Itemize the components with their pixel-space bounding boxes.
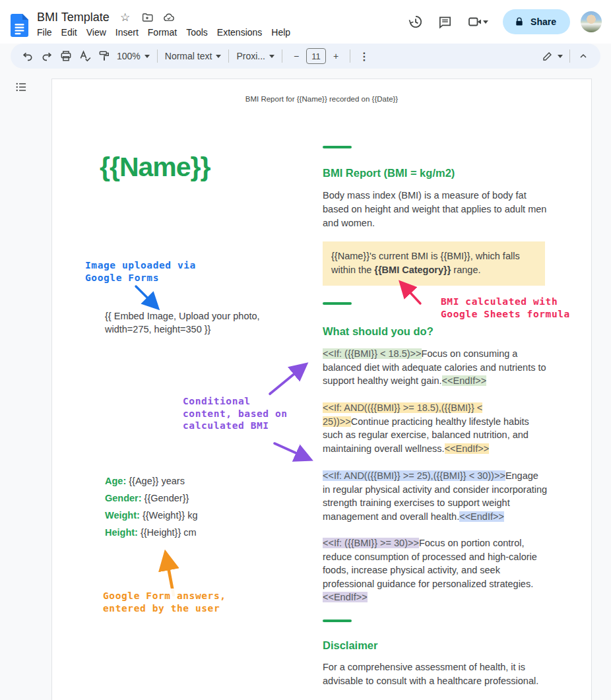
- font-family-select[interactable]: Proxi...: [234, 47, 277, 65]
- docs-logo-icon: [11, 14, 28, 37]
- video-camera-icon: [467, 14, 483, 30]
- field-gender: Gender:{{Gender}}: [105, 493, 197, 510]
- font-size-increase-button[interactable]: +: [327, 47, 345, 65]
- pencil-icon: [542, 50, 554, 62]
- bmi-box-text-after: range.: [451, 265, 480, 275]
- lock-icon: [514, 16, 525, 27]
- if-tag-open: <<If: ({{BMI}} < 18.5)>>: [323, 348, 422, 359]
- editing-mode-button[interactable]: [539, 47, 565, 65]
- advice-heading: What should you do?: [323, 325, 434, 338]
- join-call-button[interactable]: [461, 9, 495, 35]
- print-button[interactable]: [57, 47, 75, 65]
- annotation-form-answers: Google Form answers, entered by the user: [100, 589, 230, 616]
- app-header: BMI Template ☆ File Edit: [0, 0, 611, 44]
- menu-bar: File Edit View Insert Format Tools Exten…: [32, 26, 295, 39]
- page-header-text: BMI Report for {{Name}} recorded on {{Da…: [52, 95, 591, 103]
- menu-format[interactable]: Format: [143, 26, 181, 39]
- endif-tag: <<EndIf>>: [442, 375, 487, 386]
- undo-button[interactable]: [18, 47, 37, 65]
- name-placeholder-title: {{Name}}: [100, 152, 210, 183]
- field-age: Age:{{Age}} years: [105, 476, 197, 493]
- more-vertical-icon: ⋮: [359, 50, 370, 63]
- redo-icon: [40, 49, 53, 63]
- comments-button[interactable]: [432, 9, 458, 35]
- menu-edit[interactable]: Edit: [57, 26, 82, 39]
- field-weight: Weight:{{Weight}} kg: [105, 510, 197, 527]
- paint-roller-icon: [98, 49, 111, 63]
- chevron-up-icon: [578, 51, 589, 61]
- version-history-button[interactable]: [402, 9, 429, 35]
- condition-underweight: <<If: ({{BMI}} < 18.5)>>Focus on consumi…: [323, 347, 548, 388]
- field-weight-label: Weight:: [105, 510, 140, 521]
- condition-obese: <<If: ({{BMI}} >= 30)>>Focus on portion …: [323, 536, 548, 604]
- paint-format-button[interactable]: [95, 47, 113, 65]
- document-page[interactable]: BMI Report for {{Name}} recorded on {{Da…: [51, 79, 592, 700]
- form-fields: Age:{{Age}} years Gender:{{Gender}} Weig…: [105, 476, 197, 544]
- field-weight-value: {{Weight}} kg: [143, 510, 198, 521]
- mode-caret: [558, 55, 563, 58]
- toolbar: 100% Normal text Proxi... − 11 + ⋮: [11, 44, 600, 69]
- menu-file[interactable]: File: [32, 26, 57, 39]
- share-label: Share: [531, 16, 556, 27]
- account-avatar[interactable]: [581, 11, 602, 32]
- endif-tag: <<EndIf>>: [445, 443, 490, 454]
- folder-plus-glyph: [141, 11, 153, 24]
- toolbar-separator: [350, 49, 350, 63]
- font-size-input[interactable]: 11: [306, 48, 326, 64]
- menu-extensions[interactable]: Extensions: [212, 26, 267, 39]
- menu-view[interactable]: View: [82, 26, 111, 39]
- share-button[interactable]: Share: [503, 9, 570, 34]
- outline-list-icon: [15, 80, 28, 94]
- menu-insert[interactable]: Insert: [111, 26, 143, 39]
- move-folder-icon[interactable]: [141, 11, 153, 23]
- zoom-value: 100%: [117, 51, 141, 61]
- field-gender-label: Gender:: [105, 493, 142, 503]
- font-family-value: Proxi...: [236, 51, 265, 61]
- zoom-select[interactable]: 100%: [114, 47, 152, 65]
- spellcheck-icon: [79, 49, 92, 63]
- if-tag-open: <<If: ({{BMI}} >= 30)>>: [323, 538, 419, 548]
- printer-icon: [59, 49, 73, 63]
- star-icon[interactable]: ☆: [119, 11, 131, 23]
- purple-arrow-up: [263, 359, 313, 400]
- zoom-caret: [145, 55, 150, 58]
- section-divider: [323, 620, 352, 622]
- plus-icon: +: [333, 51, 338, 61]
- menu-tools[interactable]: Tools: [181, 26, 212, 39]
- undo-icon: [21, 49, 34, 63]
- section-divider: [323, 302, 352, 305]
- annotation-bmi-formula: BMI calculated with Google Sheets formul…: [437, 294, 573, 321]
- bmi-result-box: {{Name}}'s current BMI is {{BMI}}, which…: [323, 241, 545, 286]
- condition-overweight: <<If: AND(({{BMI}} >= 25),({{BMI}} < 30)…: [323, 469, 548, 523]
- condition-text: Continue practicing healthy lifestyle ha…: [323, 416, 529, 454]
- disclaimer-heading: Disclaimer: [323, 639, 377, 652]
- cloud-status-icon[interactable]: [163, 11, 175, 23]
- toolbar-separator: [157, 49, 158, 63]
- editor-canvas: BMI Report for {{Name}} recorded on {{Da…: [0, 69, 611, 700]
- paragraph-style-value: Normal text: [165, 51, 212, 61]
- bmi-box-category: {{BMI Category}}: [374, 265, 451, 275]
- condition-normal: <<If: AND(({{BMI}} >= 18.5),({{BMI}} < 2…: [323, 401, 548, 455]
- bmi-report-heading: BMI Report (BMI = kg/m2): [323, 167, 455, 179]
- minus-icon: −: [294, 51, 299, 61]
- camera-dropdown-caret: [483, 20, 488, 24]
- paragraph-style-select[interactable]: Normal text: [162, 47, 224, 65]
- google-docs-logo[interactable]: [11, 5, 28, 40]
- history-icon: [408, 14, 424, 30]
- toolbar-separator: [569, 49, 570, 63]
- spelling-check-button[interactable]: [76, 47, 94, 65]
- document-title[interactable]: BMI Template: [37, 11, 110, 24]
- red-arrow: [393, 277, 427, 309]
- purple-arrow-down: [269, 437, 317, 467]
- more-options-button[interactable]: ⋮: [355, 47, 373, 65]
- redo-button[interactable]: [38, 47, 56, 65]
- field-age-value: {{Age}} years: [129, 476, 185, 486]
- document-outline-button[interactable]: [12, 78, 30, 96]
- field-gender-value: {{Gender}}: [145, 493, 189, 503]
- font-size-decrease-button[interactable]: −: [287, 47, 306, 65]
- font-caret: [269, 55, 274, 58]
- toolbar-separator: [282, 49, 282, 63]
- menu-help[interactable]: Help: [267, 26, 295, 39]
- hide-menus-button[interactable]: [574, 47, 593, 65]
- comment-icon: [437, 15, 453, 30]
